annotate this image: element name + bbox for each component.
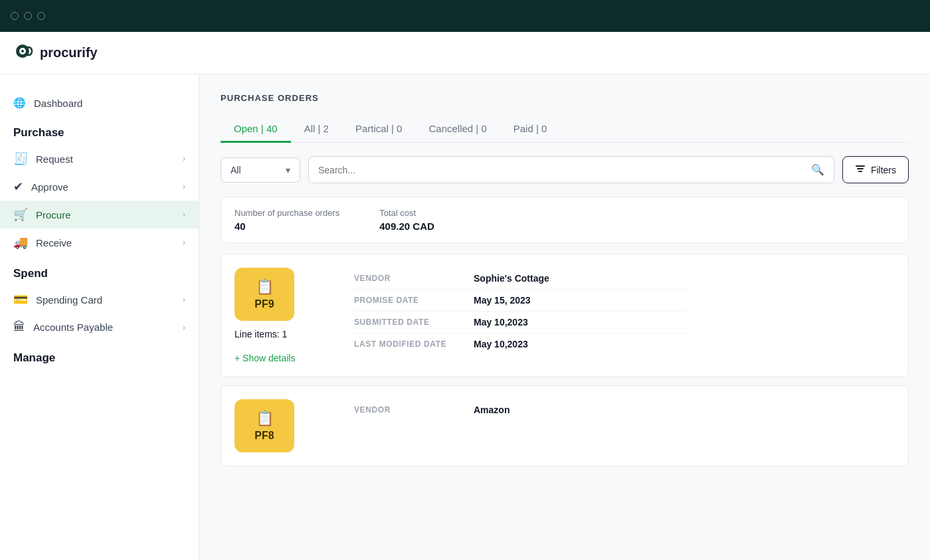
titlebar (0, 0, 930, 32)
layout: 🌐 Dashboard Purchase 🧾 Request › ✔ Appro… (0, 74, 930, 560)
po-card-body-pf8: 📋 PF8 VENDOR Amazon (234, 399, 895, 452)
chevron-right-icon: › (183, 182, 185, 191)
sidebar-item-dashboard[interactable]: 🌐 Dashboard (0, 90, 199, 116)
sidebar-label-request: Request (36, 153, 73, 165)
sidebar-label-receive: Receive (36, 237, 72, 248)
sidebar-item-accounts-payable[interactable]: 🏛 Accounts Payable › (0, 314, 199, 341)
tabs-bar: Open | 40 All | 2 Partical | 0 Cancelled… (221, 116, 909, 143)
search-box: 🔍 (308, 156, 834, 183)
stat-cost-value: 409.20 CAD (379, 221, 434, 232)
status-dropdown[interactable]: All ▾ (221, 157, 300, 183)
po-badge-label-pf9: PF9 (254, 298, 274, 310)
svg-point-2 (21, 50, 24, 52)
tab-paid[interactable]: Paid | 0 (500, 116, 561, 143)
approve-icon: ✔ (13, 179, 23, 194)
promise-value-pf9: May 15, 2023 (474, 295, 531, 306)
sidebar-item-procure[interactable]: 🛒 Procure › (0, 201, 199, 229)
chevron-down-icon: ▾ (286, 165, 290, 175)
procure-icon: 🛒 (13, 207, 28, 222)
app-header: procurify (0, 32, 930, 74)
po-doc-icon: 📋 (256, 278, 274, 296)
sidebar-label-spending-card: Spending Card (36, 294, 102, 306)
filters-label: Filters (871, 165, 896, 175)
stat-count: Number of purchase orders 40 (234, 208, 339, 232)
sidebar-item-receive[interactable]: 🚚 Receive › (0, 229, 199, 256)
chevron-right-icon: › (183, 295, 185, 304)
po-meta-pf9: VENDOR Sophie's Cottage PROMISE DATE May… (354, 268, 686, 363)
po-badge-pf8[interactable]: 📋 PF8 (234, 399, 294, 452)
stats-bar: Number of purchase orders 40 Total cost … (221, 197, 909, 243)
search-icon: 🔍 (811, 163, 824, 176)
po-meta-modified-pf9: LAST MODIFIED DATE May 10,2023 (354, 333, 686, 355)
po-meta-promise-pf9: PROMISE DATE May 15, 2023 (354, 290, 686, 312)
receive-icon: 🚚 (13, 235, 28, 250)
globe-icon: 🌐 (13, 97, 26, 109)
po-badge-label-pf8: PF8 (254, 430, 274, 442)
sidebar-item-spending-card[interactable]: 💳 Spending Card › (0, 286, 199, 314)
stat-count-label: Number of purchase orders (234, 208, 339, 218)
stat-count-value: 40 (234, 221, 339, 232)
sidebar-section-manage: Manage (0, 341, 199, 370)
dashboard-label: Dashboard (34, 98, 82, 109)
filter-row: All ▾ 🔍 Filters (221, 156, 909, 183)
stat-cost: Total cost 409.20 CAD (379, 208, 434, 232)
po-meta-vendor-pf8: VENDOR Amazon (354, 399, 686, 420)
filters-button[interactable]: Filters (842, 156, 909, 183)
chevron-right-icon: › (183, 210, 185, 219)
stat-cost-label: Total cost (379, 208, 434, 218)
logo: procurify (16, 42, 98, 64)
filter-icon (855, 163, 866, 176)
submitted-value-pf9: May 10,2023 (474, 317, 528, 327)
sidebar-section-purchase: Purchase (0, 116, 199, 145)
modified-value-pf9: May 10,2023 (474, 339, 528, 349)
window-dot-3[interactable] (37, 12, 45, 20)
accounts-icon: 🏛 (13, 320, 25, 334)
sidebar-section-spend: Spend (0, 256, 199, 286)
vendor-key-pf9: VENDOR (354, 274, 474, 283)
vendor-key-pf8: VENDOR (354, 405, 474, 415)
window-dot-1[interactable] (11, 12, 19, 20)
vendor-value-pf9: Sophie's Cottage (474, 273, 549, 284)
sidebar-item-approve[interactable]: ✔ Approve › (0, 173, 199, 201)
request-icon: 🧾 (13, 151, 28, 166)
sidebar-label-accounts-payable: Accounts Payable (33, 322, 113, 333)
tab-partial[interactable]: Partical | 0 (342, 116, 416, 143)
po-show-details-pf9[interactable]: + Show details (234, 353, 295, 363)
po-line-items-pf9: Line items: 1 (234, 329, 287, 339)
po-card-body-pf9: 📋 PF9 Line items: 1 + Show details VENDO… (234, 268, 895, 363)
sidebar-label-approve: Approve (31, 181, 68, 193)
po-meta-submitted-pf9: SUBMITTED DATE May 10,2023 (354, 312, 686, 333)
page-title: PURCHASE ORDERS (221, 93, 909, 103)
vendor-value-pf8: Amazon (474, 405, 510, 415)
po-meta-vendor-pf9: VENDOR Sophie's Cottage (354, 268, 686, 290)
window-dot-2[interactable] (24, 12, 32, 20)
promise-key-pf9: PROMISE DATE (354, 296, 474, 305)
po-doc-icon-2: 📋 (256, 410, 274, 427)
sidebar-item-request[interactable]: 🧾 Request › (0, 145, 199, 173)
card-icon: 💳 (13, 292, 28, 307)
po-card-pf9: 📋 PF9 Line items: 1 + Show details VENDO… (221, 254, 909, 377)
search-input[interactable] (318, 165, 806, 175)
tab-all[interactable]: All | 2 (291, 116, 342, 143)
chevron-right-icon: › (183, 323, 185, 332)
sidebar: 🌐 Dashboard Purchase 🧾 Request › ✔ Appro… (0, 74, 199, 560)
logo-text: procurify (40, 45, 98, 60)
main-content: PURCHASE ORDERS Open | 40 All | 2 Partic… (199, 74, 930, 560)
tab-cancelled[interactable]: Cancelled | 0 (415, 116, 500, 143)
sidebar-label-procure: Procure (36, 209, 71, 221)
po-badge-pf9[interactable]: 📋 PF9 (234, 268, 294, 321)
po-card-pf8: 📋 PF8 VENDOR Amazon (221, 385, 909, 466)
po-meta-pf8: VENDOR Amazon (354, 399, 686, 452)
submitted-key-pf9: SUBMITTED DATE (354, 318, 474, 327)
modified-key-pf9: LAST MODIFIED DATE (354, 339, 474, 349)
chevron-right-icon: › (183, 238, 185, 247)
logo-icon (16, 42, 35, 64)
dropdown-value: All (231, 165, 241, 175)
tab-open[interactable]: Open | 40 (221, 116, 291, 143)
chevron-right-icon: › (183, 154, 185, 163)
